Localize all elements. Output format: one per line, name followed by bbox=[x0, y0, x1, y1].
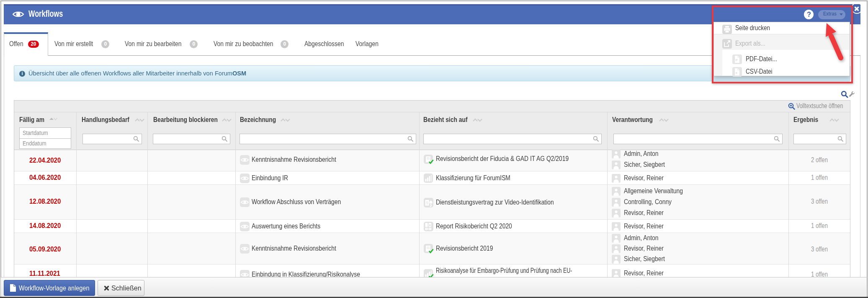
svg-text:§: § bbox=[426, 201, 428, 205]
